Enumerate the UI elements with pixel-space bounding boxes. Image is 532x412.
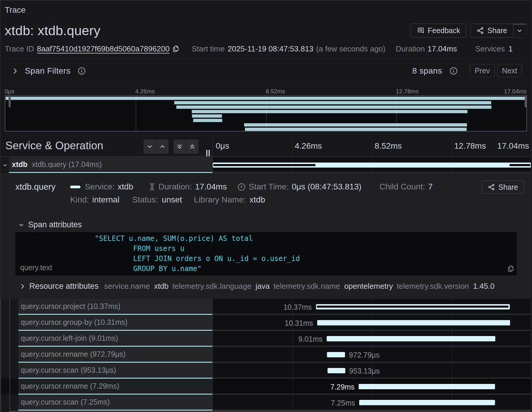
timeline-ruler: 0μs4.26ms8.52ms12.78ms17.04ms [212,136,532,156]
detail-share-button[interactable]: Share [482,181,524,194]
detail-share-label: Share [498,183,518,192]
collapse-one-button[interactable] [144,140,156,154]
span-timeline-cell: 7.29ms [212,379,532,395]
collapse-all-button[interactable] [173,140,186,154]
minimap-viewport-handle-left[interactable] [9,96,11,107]
trace-id-label: Trace ID [5,44,34,53]
ruler-tick-label: 17.04ms [497,141,529,151]
ruler-tick-label: 12.78ms [454,141,486,151]
span-operation-name: query.cursor.rename (972.79μs) [21,350,125,359]
critical-path-stripe [317,306,508,308]
detail-duration-value: 17.04ms [195,182,227,192]
span-service-name: xtdb [12,160,28,169]
resource-attributes-preview: service.namextdbtelemetry.sdk.languageja… [104,282,494,291]
span-name-cell[interactable]: query.cursor.project (10.37ms) [18,299,212,315]
share-dropdown-button[interactable] [513,24,526,37]
bottom-strip [0,411,532,412]
chevrons-down-icon [176,143,183,150]
span-name-cell[interactable]: xtdbxtdb.query (17.04ms) [9,157,212,173]
span-name-cell[interactable]: query.cursor.rename (972.79μs) [18,347,212,363]
resource-attributes-header[interactable]: Resource attributes [20,282,99,291]
ruler-gridline [372,136,373,156]
resource-attributes-label: Resource attributes [29,282,99,291]
span-row[interactable]: query.cursor.left-join (9.01ms)9.01ms [0,331,532,347]
comment-icon [417,27,425,35]
span-operation-name: query.cursor.project (10.37ms) [21,302,120,311]
minimap-gridline [136,96,136,131]
trace-id-value[interactable]: 8aaf75410d1927f69b8d5060a7896200 [37,44,170,53]
header-divider [0,59,532,59]
span-duration-label: 7.29ms [330,383,354,391]
span-timeline-cell [212,157,532,173]
minimap-canvas[interactable] [5,95,527,132]
span-duration-bar[interactable] [327,352,345,357]
chevron-down-icon[interactable] [2,163,8,168]
indent-guide [9,315,10,331]
span-duration-bar[interactable] [327,336,495,341]
share-button-group: Share [470,24,527,38]
span-name-cell[interactable]: query.cursor.rename (7.29ms) [18,379,212,395]
indent-guide [9,299,10,315]
resource-attr-value: opentelemetry [344,282,393,291]
copy-attribute-button[interactable] [507,265,514,272]
column-resizer-handle[interactable] [206,150,210,156]
minimap-viewport-handle-right[interactable] [525,96,527,107]
hourglass-icon [149,183,155,191]
span-name-cell[interactable]: query.cursor.group-by (10.31ms) [18,315,212,331]
page-title: xtdb: xtdb.query [5,23,100,38]
span-name-cell[interactable]: query.cursor.scan (7.25ms) [18,395,212,411]
info-icon [78,67,86,75]
span-duration-label: 7.25ms [331,399,355,407]
span-name-cell[interactable]: query.cursor.left-join (9.01ms) [18,331,212,347]
chevron-down-icon [18,222,24,228]
attribute-value: "SELECT u.name, SUM(o.price) AS total FR… [95,233,300,274]
span-row[interactable]: query.cursor.rename (972.79μs)972.79μs [0,347,532,363]
span-operation-name: query.cursor.group-by (10.31ms) [21,318,128,327]
indent-guide [9,379,10,395]
span-duration-bar[interactable] [359,400,495,405]
resource-attr-value: xtdb [154,282,169,291]
row-gridline [292,363,293,378]
span-duration-bar[interactable] [359,384,495,389]
span-duration-label: 9.01ms [298,335,323,343]
span-timeline-cell: 10.37ms [212,299,532,315]
span-filters-label[interactable]: Span Filters [25,66,70,76]
detail-overview-row: xtdb.queryService:xtdbDuration:17.04msSt… [15,181,433,192]
detail-library-value: xtdb [249,195,265,205]
critical-path-stripe [510,164,530,166]
indent-guide [9,395,10,411]
span-attributes-table: query.text"SELECT u.name, SUM(o.price) A… [15,232,517,275]
span-row[interactable]: query.cursor.scan (953.13μs)953.13μs [0,363,532,379]
span-row[interactable]: query.cursor.project (10.37ms)10.37ms [0,299,532,315]
expand-one-button[interactable] [156,140,169,154]
copy-trace-id-button[interactable] [172,45,179,53]
span-duration-label: 10.31ms [285,319,313,327]
span-duration-label: 953.13μs [349,367,380,375]
spans-count: 8 spans [412,66,442,76]
span-row[interactable]: query.cursor.scan (7.25ms)7.25ms [0,395,532,411]
span-attributes-header[interactable]: Span attributes [18,220,82,229]
span-duration-bar[interactable] [328,368,345,373]
span-row[interactable]: query.cursor.rename (7.29ms)7.29ms [0,379,532,395]
span-detail-panel: xtdb.queryService:xtdbDuration:17.04msSt… [0,173,532,299]
span-row-root[interactable]: xtdbxtdb.query (17.04ms) [0,157,532,173]
span-row[interactable]: query.cursor.group-by (10.31ms)10.31ms [0,315,532,331]
panel-border-left [0,0,1,412]
span-duration-bar[interactable] [317,320,510,325]
expand-all-button[interactable] [186,140,199,154]
span-operation-name: query.cursor.rename (7.29ms) [21,382,119,390]
span-attributes-label: Span attributes [28,220,82,229]
ruler-tick-label: 8.52ms [375,141,402,151]
horizontal-scrollbar[interactable] [9,411,532,412]
row-gridline [292,379,293,394]
feedback-button[interactable]: Feedback [411,24,466,38]
spans-info-wrap [450,67,457,75]
page-eyebrow: Trace [5,5,26,15]
detail-status-label: Status: [132,195,158,205]
share-button[interactable]: Share [471,24,513,37]
span-name-cell[interactable]: query.cursor.scan (953.13μs) [18,363,212,379]
prev-span-button[interactable]: Prev [470,64,494,77]
next-span-button[interactable]: Next [497,64,522,77]
resource-attr-key: service.name [104,282,150,291]
detail-start-time-label: Start Time: [249,182,289,192]
